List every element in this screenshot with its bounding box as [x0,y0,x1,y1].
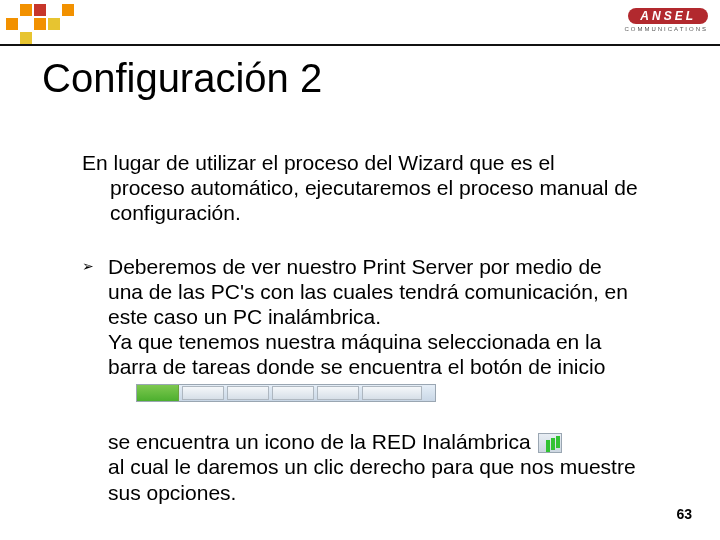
taskbar-button [227,386,269,400]
svg-rect-0 [20,4,32,16]
bullet-marker-icon: ➢ [82,254,108,407]
taskbar-image [136,384,436,402]
intro-line-1: En lugar de utilizar el proceso del Wiza… [82,151,555,174]
closing-paragraph: se encuentra un icono de la RED Inalámbr… [82,429,642,506]
svg-rect-3 [6,18,18,30]
start-button-icon [137,385,179,401]
bullet-text: Deberemos de ver nuestro Print Server po… [108,254,642,407]
intro-rest: proceso automático, ejecutaremos el proc… [82,175,642,225]
svg-rect-4 [34,18,46,30]
wifi-tray-icon [538,433,562,453]
taskbar-button [362,386,422,400]
svg-rect-6 [20,32,32,44]
closing-rest: al cual le daremos un clic derecho para … [108,455,636,504]
header-divider [0,44,720,46]
slide-body: En lugar de utilizar el proceso del Wiza… [82,150,642,506]
brand-logo: ANSEL COMMUNICATIONS [624,6,708,32]
corner-decoration [6,4,116,48]
bullet-paragraph-1: Deberemos de ver nuestro Print Server po… [108,255,628,328]
svg-rect-2 [62,4,74,16]
brand-subtitle: COMMUNICATIONS [624,26,708,32]
taskbar-button [182,386,224,400]
brand-name: ANSEL [628,8,708,24]
intro-paragraph: En lugar de utilizar el proceso del Wiza… [82,150,642,226]
slide-title: Configuración 2 [42,56,322,101]
bullet-paragraph-2: Ya que tenemos nuestra máquina seleccion… [108,330,605,378]
slide: ANSEL COMMUNICATIONS Configuración 2 En … [0,0,720,540]
svg-rect-5 [48,18,60,30]
bullet-item: ➢ Deberemos de ver nuestro Print Server … [82,254,642,407]
svg-rect-1 [34,4,46,16]
taskbar-button [272,386,314,400]
closing-line-1: se encuentra un icono de la RED Inalámbr… [108,430,531,453]
page-number: 63 [676,506,692,522]
taskbar-button [317,386,359,400]
